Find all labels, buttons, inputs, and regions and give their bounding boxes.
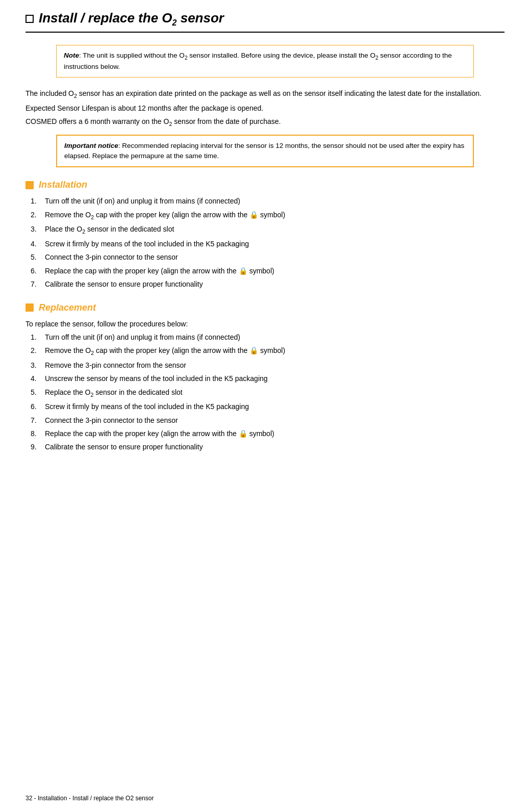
list-item: 6. Replace the cap with the proper key (… — [31, 265, 504, 276]
page-header: Install / replace the O2 sensor — [26, 10, 504, 33]
list-item: 9. Calibrate the sensor to ensure proper… — [31, 441, 504, 452]
list-item: 3. Place the O2 sensor in the dedicated … — [31, 223, 504, 236]
body-paragraph-2: Expected Sensor Lifespan is about 12 mon… — [26, 103, 504, 114]
list-item: 5. Replace the O2 sensor in the dedicate… — [31, 387, 504, 399]
replacement-title: Replacement — [39, 302, 96, 313]
replacement-bullet — [26, 303, 34, 312]
list-item: 7. Calibrate the sensor to ensure proper… — [31, 278, 504, 290]
note-box: Note: The unit is supplied without the O… — [56, 45, 474, 78]
list-item: 1. Turn off the unit (if on) and unplug … — [31, 195, 504, 207]
page-title: Install / replace the O2 sensor — [39, 10, 224, 28]
list-item: 6. Screw it firmly by means of the tool … — [31, 401, 504, 412]
list-item: 1. Turn off the unit (if on) and unplug … — [31, 332, 504, 343]
body-paragraph-1: The included O2 sensor has an expiration… — [26, 88, 504, 100]
list-item: 5. Connect the 3-pin connector to the se… — [31, 251, 504, 263]
list-item: 8. Replace the cap with the proper key (… — [31, 428, 504, 439]
replacement-section-header: Replacement — [26, 302, 504, 313]
list-item: 2. Remove the O2 cap with the proper key… — [31, 345, 504, 358]
list-item: 2. Remove the O2 cap with the proper key… — [31, 209, 504, 222]
installation-list: 1. Turn off the unit (if on) and unplug … — [31, 195, 504, 290]
list-item: 4. Unscrew the sensor by means of the to… — [31, 373, 504, 384]
installation-section-header: Installation — [26, 180, 504, 190]
important-box: Important notice: Recommended replacing … — [56, 135, 474, 168]
replacement-intro: To replace the sensor, follow the proced… — [26, 318, 504, 329]
body-paragraph-3: COSMED offers a 6 month warranty on the … — [26, 116, 504, 129]
installation-bullet — [26, 181, 34, 189]
list-item: 3. Remove the 3-pin connector from the s… — [31, 360, 504, 371]
important-text: Important notice: Recommended replacing … — [64, 142, 464, 160]
replacement-list: 1. Turn off the unit (if on) and unplug … — [31, 332, 504, 453]
page-footer: 32 - Installation - Install / replace th… — [26, 795, 154, 802]
header-checkbox — [26, 15, 34, 23]
footer-text: 32 - Installation - Install / replace th… — [26, 795, 154, 802]
installation-title: Installation — [39, 180, 87, 190]
note-label: Note: The unit is supplied without the O… — [64, 52, 452, 70]
list-item: 7. Connect the 3-pin connector to the se… — [31, 415, 504, 426]
list-item: 4. Screw it firmly by means of the tool … — [31, 238, 504, 249]
